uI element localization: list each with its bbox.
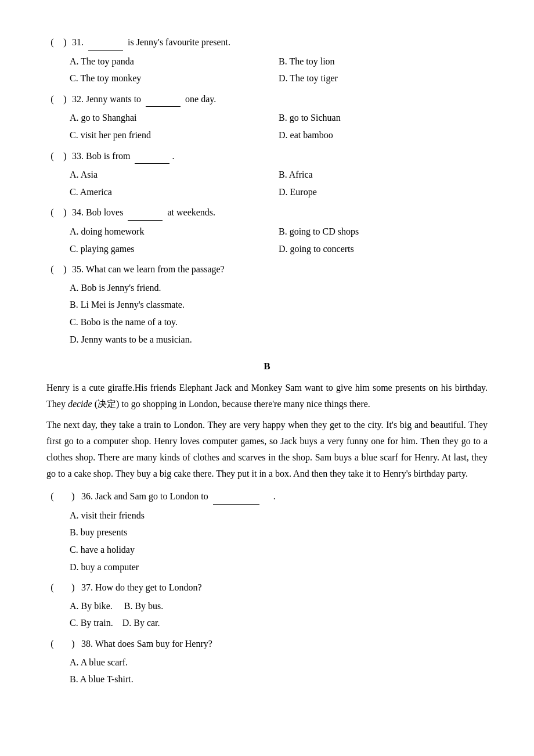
- question-34: ( ) 34. Bob loves at weekends. A. doing …: [46, 205, 488, 257]
- bracket-31-close: ): [58, 35, 70, 50]
- question-text-32: one day.: [183, 92, 216, 107]
- option-34d: D. going to concerts: [279, 240, 488, 258]
- option-33a: A. Asia: [70, 166, 279, 183]
- blank-31: [88, 35, 123, 51]
- bracket-33: (: [46, 149, 58, 164]
- option-36c: C. have a holiday: [70, 541, 488, 559]
- option-32d: D. eat bamboo: [279, 127, 488, 144]
- option-37c: C. By train. D. By car.: [70, 614, 279, 632]
- option-37b: [279, 597, 488, 615]
- bracket-37: (: [46, 580, 58, 595]
- option-32a: A. go to Shanghai: [70, 109, 279, 127]
- question-32: ( ) 32. Jenny wants to one day. A. go to…: [46, 92, 488, 144]
- option-31b: B. The toy lion: [279, 53, 488, 70]
- option-35c: C. Bobo is the name of a toy.: [70, 314, 488, 331]
- options-37: A. By bike. B. By bus. C. By train. D. B…: [70, 597, 488, 632]
- option-37a: A. By bike. B. By bus.: [70, 597, 279, 615]
- option-32b: B. go to Sichuan: [279, 109, 488, 127]
- passage-b1: Henry is a cute giraffe.His friends Elep…: [46, 380, 488, 482]
- question-number-31: 31.: [70, 35, 86, 50]
- question-dot-36: .: [262, 489, 276, 504]
- bracket-31: (: [46, 35, 58, 50]
- question-number-36: 36. Jack and Sam go to London to: [79, 489, 211, 504]
- question-36: ( ) 36. Jack and Sam go to London to . A…: [46, 489, 488, 575]
- option-31c: C. The toy monkey: [70, 70, 279, 87]
- question-number-37: 37. How do they get to London?: [79, 580, 202, 595]
- question-text-34: at weekends.: [165, 205, 215, 220]
- question-number-34: 34. Bob loves: [70, 205, 125, 220]
- question-number-32: 32. Jenny wants to: [70, 92, 143, 107]
- section-b-title: B: [46, 358, 488, 374]
- bracket-37-space: [58, 580, 67, 595]
- decide-word: decide: [68, 399, 92, 409]
- question-number-35: 35. What can we learn from the passage?: [70, 262, 225, 277]
- options-38: A. A blue scarf. B. A blue T-shirt.: [70, 654, 488, 688]
- question-text-31: is Jenny's favourite present.: [125, 35, 230, 50]
- question-number-38: 38. What does Sam buy for Henry?: [79, 636, 212, 651]
- option-35d: D. Jenny wants to be a musician.: [70, 331, 488, 348]
- option-32c: C. visit her pen friend: [70, 127, 279, 144]
- bracket-38-space: [58, 636, 67, 651]
- option-33c: C. America: [70, 183, 279, 201]
- bracket-33-close: ): [58, 149, 70, 164]
- option-38b: B. A blue T-shirt.: [70, 671, 488, 688]
- options-33: A. Asia B. Africa C. America D. Europe: [70, 166, 488, 200]
- blank-33: [135, 149, 169, 164]
- option-31a: A. The toy panda: [70, 53, 279, 70]
- option-36d: D. buy a computer: [70, 559, 488, 576]
- bracket-36-space: [58, 489, 67, 504]
- option-35b: B. Li Mei is Jenny's classmate.: [70, 296, 488, 314]
- blank-32: [146, 92, 181, 107]
- blank-36: [213, 489, 259, 505]
- question-37: ( ) 37. How do they get to London? A. By…: [46, 580, 488, 632]
- bracket-32: (: [46, 92, 58, 107]
- option-38a: A. A blue scarf.: [70, 654, 488, 671]
- option-31d: D. The toy tiger: [279, 70, 488, 87]
- question-33: ( ) 33. Bob is from . A. Asia B. Africa …: [46, 149, 488, 201]
- bracket-32-close: ): [58, 92, 70, 107]
- option-34b: B. going to CD shops: [279, 223, 488, 240]
- options-36: A. visit their friends B. buy presents C…: [70, 507, 488, 575]
- option-36a: A. visit their friends: [70, 507, 488, 524]
- question-number-33: 33. Bob is from: [70, 149, 132, 164]
- option-37d: [279, 614, 488, 632]
- options-35: A. Bob is Jenny's friend. B. Li Mei is J…: [70, 279, 488, 348]
- option-35a: A. Bob is Jenny's friend.: [70, 279, 488, 297]
- question-35: ( ) 35. What can we learn from the passa…: [46, 262, 488, 348]
- question-text-33: .: [172, 149, 174, 164]
- bracket-36-close: ): [67, 489, 79, 504]
- options-31: A. The toy panda B. The toy lion C. The …: [70, 53, 488, 87]
- bracket-34: (: [46, 205, 58, 220]
- question-38: ( ) 38. What does Sam buy for Henry? A. …: [46, 636, 488, 688]
- option-33b: B. Africa: [279, 166, 488, 183]
- options-34: A. doing homework B. going to CD shops C…: [70, 223, 488, 257]
- bracket-38-close: ): [67, 636, 79, 651]
- option-34c: C. playing games: [70, 240, 279, 258]
- option-34a: A. doing homework: [70, 223, 279, 240]
- bracket-34-close: ): [58, 205, 70, 220]
- bracket-38: (: [46, 636, 58, 651]
- question-31: ( ) 31. is Jenny's favourite present. A.…: [46, 35, 488, 87]
- blank-34: [128, 205, 163, 221]
- bracket-36: (: [46, 489, 58, 504]
- option-33d: D. Europe: [279, 183, 488, 201]
- options-32: A. go to Shanghai B. go to Sichuan C. vi…: [70, 109, 488, 143]
- option-36b: B. buy presents: [70, 524, 488, 541]
- bracket-37-close: ): [67, 580, 79, 595]
- bracket-35-close: ): [58, 262, 70, 277]
- bracket-35: (: [46, 262, 58, 277]
